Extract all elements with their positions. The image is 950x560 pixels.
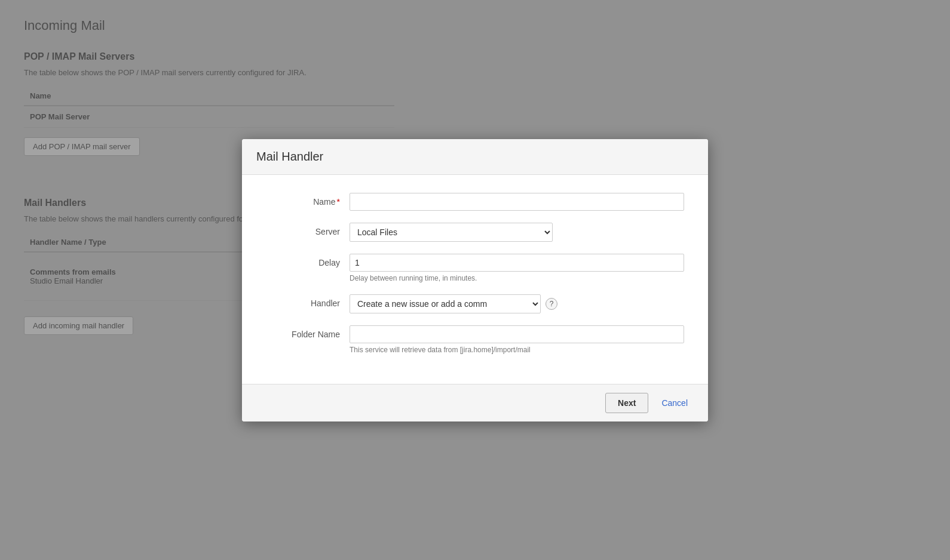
modal-header: Mail Handler <box>242 139 708 175</box>
folder-name-hint: This service will retrieve data from [ji… <box>350 346 684 354</box>
required-star: * <box>337 197 340 207</box>
delay-label: Delay <box>266 254 350 267</box>
name-field-wrap <box>350 193 684 211</box>
delay-field-row: Delay Delay between running time, in min… <box>266 254 684 282</box>
handler-select[interactable]: Create a new issue or add a comm <box>350 294 541 313</box>
server-select[interactable]: Local Files POP Mail Server <box>350 223 553 242</box>
server-field-row: Server Local Files POP Mail Server <box>266 223 684 242</box>
delay-hint: Delay between running time, in minutes. <box>350 274 684 282</box>
modal-title: Mail Handler <box>256 150 694 164</box>
name-label: Name* <box>266 193 350 207</box>
modal-footer: Next Cancel <box>242 384 708 421</box>
delay-input[interactable] <box>350 254 684 272</box>
name-input[interactable] <box>350 193 684 211</box>
folder-name-input[interactable] <box>350 325 684 343</box>
handler-help-icon[interactable]: ? <box>546 298 557 310</box>
modal-overlay: Mail Handler Name* Server Local Files <box>0 0 950 560</box>
name-field-row: Name* <box>266 193 684 211</box>
cancel-button[interactable]: Cancel <box>655 393 694 413</box>
server-label: Server <box>266 223 350 236</box>
handler-select-wrap: Create a new issue or add a comm ? <box>350 294 684 313</box>
folder-name-field-wrap: This service will retrieve data from [ji… <box>350 325 684 354</box>
handler-label: Handler <box>266 294 350 308</box>
folder-name-field-row: Folder Name This service will retrieve d… <box>266 325 684 354</box>
next-button[interactable]: Next <box>605 393 648 413</box>
handler-field-row: Handler Create a new issue or add a comm… <box>266 294 684 313</box>
delay-field-wrap: Delay between running time, in minutes. <box>350 254 684 282</box>
modal-body: Name* Server Local Files POP Mail Server <box>242 175 708 384</box>
handler-field-wrap: Create a new issue or add a comm ? <box>350 294 684 313</box>
mail-handler-modal: Mail Handler Name* Server Local Files <box>242 139 708 421</box>
server-field-wrap: Local Files POP Mail Server <box>350 223 684 242</box>
folder-name-label: Folder Name <box>266 325 350 339</box>
